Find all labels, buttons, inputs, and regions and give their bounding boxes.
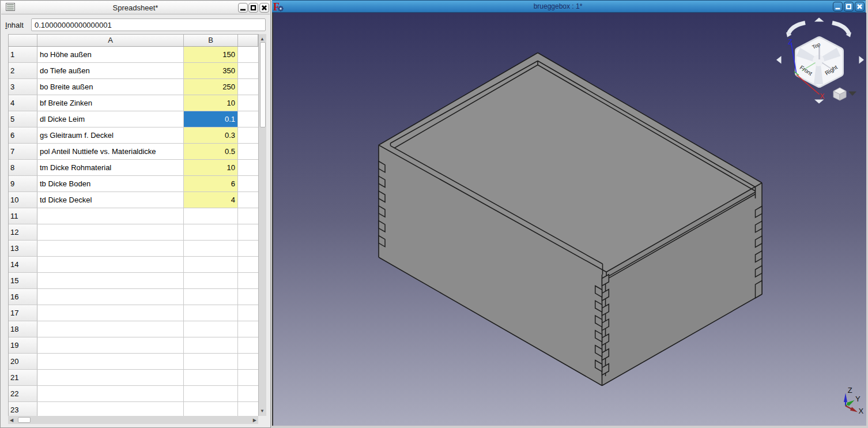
svg-text:X: X	[820, 92, 824, 100]
svg-text:Y: Y	[855, 395, 861, 403]
svg-text:Z: Z	[848, 386, 852, 395]
svg-text:Z: Z	[788, 38, 792, 46]
svg-text:X: X	[859, 407, 864, 415]
